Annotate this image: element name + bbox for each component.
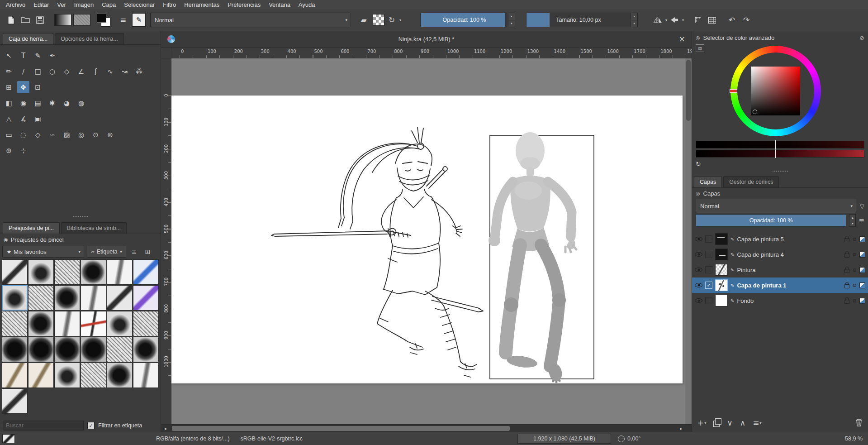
pattern-edit-tool-icon[interactable]: ▤	[32, 97, 44, 109]
search-input[interactable]	[3, 421, 84, 431]
presets-view-mode-button[interactable]: ⊞	[142, 246, 153, 257]
layer-row[interactable]: ✎ Capa de pintura 4 α	[692, 247, 868, 262]
layer-row-selected[interactable]: ✓ ✎ Capa de pintura 1 α	[692, 278, 868, 293]
canvas-viewport[interactable]	[171, 58, 692, 424]
mirror-vertical-button[interactable]	[667, 12, 682, 28]
layer-visibility-icon[interactable]	[695, 297, 702, 304]
brush-preset-thumbnail[interactable]	[81, 337, 106, 362]
blend-mode-combo[interactable]: Normal ▾	[150, 13, 351, 27]
brush-preset-thumbnail[interactable]	[2, 259, 28, 285]
close-document-button[interactable]: ×	[679, 35, 685, 43]
enclose-fill-tool-icon[interactable]: ◍	[75, 97, 87, 109]
lock-icon[interactable]	[844, 251, 849, 258]
brush-size-slider[interactable]: Tamaño: 10,00 px ▴▾	[526, 13, 638, 27]
new-document-button[interactable]	[4, 12, 18, 28]
tag-filter-combo[interactable]: ★ Mis favoritos ▾	[2, 246, 84, 258]
horizontal-scrollbar-thumb[interactable]	[172, 426, 510, 431]
docker-lock-icon[interactable]: ◉	[4, 237, 8, 243]
brush-preset-thumbnail[interactable]	[107, 363, 133, 388]
brush-preset-thumbnail[interactable]	[133, 337, 159, 362]
layer-check[interactable]	[705, 297, 712, 304]
color-selector-config-icon[interactable]: ▤	[696, 44, 704, 52]
chevron-down-icon[interactable]: ▾	[399, 18, 401, 22]
menu-ayuda[interactable]: Ayuda	[294, 0, 319, 9]
foreground-color-swatch[interactable]	[97, 13, 106, 23]
layer-style-icon[interactable]	[859, 236, 865, 242]
ellipse-tool-icon[interactable]: ○	[46, 65, 58, 77]
move-tool-icon[interactable]: ✥	[17, 81, 29, 93]
brush-preset-thumbnail[interactable]	[28, 259, 54, 285]
duplicate-layer-button[interactable]	[713, 421, 720, 427]
layer-visibility-icon[interactable]	[695, 282, 702, 288]
zoom-level[interactable]: 58,9 %	[845, 435, 863, 442]
freehand-brush-tool-icon[interactable]: ✏	[3, 65, 15, 77]
move-layer-down-button[interactable]: ∨	[727, 418, 732, 427]
brush-preset-thumbnail[interactable]	[2, 311, 28, 336]
trim-ruler-button[interactable]	[690, 12, 705, 28]
rectangle-tool-icon[interactable]: □	[32, 65, 44, 77]
redo-button[interactable]: ↷	[739, 12, 754, 28]
scroll-left-icon[interactable]: ◂	[161, 425, 169, 432]
eraser-mode-button[interactable]: ▰	[356, 12, 371, 28]
freehand-path-tool-icon[interactable]: ∿	[104, 65, 116, 77]
undo-button[interactable]: ↶	[725, 12, 739, 28]
magnetic-select-tool-icon[interactable]: ⊚	[104, 129, 116, 141]
brush-preset-thumbnail[interactable]	[107, 259, 133, 285]
layer-properties-button[interactable]: ≡▾	[753, 418, 761, 427]
brush-preset-thumbnail[interactable]	[54, 259, 80, 285]
menu-ventana[interactable]: Ventana	[265, 0, 294, 9]
similar-select-tool-icon[interactable]: ▨	[61, 129, 73, 141]
hue-shade-strip[interactable]	[696, 150, 864, 158]
menu-seleccionar[interactable]: Seleccionar	[120, 0, 159, 9]
canvas-page[interactable]	[171, 96, 683, 383]
shape-select-tool-icon[interactable]: ↖	[3, 49, 15, 62]
saturation-value-square[interactable]	[751, 67, 800, 115]
zoom-tool-icon[interactable]: ⊕	[3, 144, 15, 157]
brush-preset-thumbnail[interactable]	[133, 259, 159, 285]
gradient-chooser[interactable]	[54, 14, 71, 26]
brush-preset-thumbnail[interactable]	[54, 311, 80, 336]
brush-preset-thumbnail[interactable]	[107, 311, 133, 336]
chevron-down-icon[interactable]: ▾	[682, 18, 684, 22]
polygon-tool-icon[interactable]: ◇	[61, 65, 73, 77]
brush-preset-thumbnail[interactable]	[28, 363, 54, 388]
layer-filter-icon[interactable]: ▽	[860, 203, 864, 210]
hue-ring[interactable]	[730, 46, 821, 136]
layer-row[interactable]: ✎ Fondo α	[692, 293, 868, 308]
brush-preset-thumbnail[interactable]	[2, 388, 28, 414]
brush-preset-thumbnail[interactable]	[107, 337, 133, 362]
reload-preset-button[interactable]: ↻	[384, 12, 399, 28]
menu-herramientas[interactable]: Herramientas	[180, 0, 223, 9]
brush-preset-thumbnail[interactable]	[54, 363, 80, 388]
ellipse-select-tool-icon[interactable]: ◌	[17, 129, 29, 141]
layer-style-icon[interactable]	[859, 298, 865, 304]
measure-tool-icon[interactable]: ∡	[17, 113, 29, 125]
lightness-strip[interactable]	[696, 141, 864, 148]
layer-check[interactable]	[705, 266, 712, 273]
sv-marker[interactable]	[753, 110, 757, 114]
tag-button[interactable]: ▱ Etiqueta ▾	[87, 246, 126, 258]
delete-layer-button[interactable]	[855, 418, 863, 428]
brush-preset-thumbnail[interactable]	[28, 285, 54, 311]
alpha-icon[interactable]: α	[853, 282, 856, 288]
brush-settings-button[interactable]: ≡	[116, 12, 130, 28]
brush-preset-thumbnail[interactable]	[54, 285, 80, 311]
lock-icon[interactable]	[844, 267, 849, 273]
fill-tool-icon[interactable]: ◕	[61, 97, 73, 109]
vertical-scrollbar-thumb[interactable]	[686, 60, 691, 121]
color-sampler-tool-icon[interactable]: ◉	[17, 97, 29, 109]
tab-tool-options[interactable]: Opciones de la herra...	[55, 33, 123, 44]
smart-patch-tool-icon[interactable]: ✱	[46, 97, 58, 109]
brush-preset-thumbnail[interactable]	[2, 285, 28, 311]
strip-marker[interactable]	[775, 149, 776, 158]
vertical-scrollbar[interactable]	[685, 58, 692, 424]
docker-float-icon[interactable]: ⊘	[859, 34, 864, 41]
strip-marker[interactable]	[775, 140, 776, 149]
move-layer-up-button[interactable]: ∧	[740, 418, 745, 427]
layer-blend-mode-combo[interactable]: Normal ▾	[696, 199, 856, 213]
scroll-right-icon[interactable]: ▸	[677, 425, 685, 432]
layers-menu-icon[interactable]: ≡	[859, 216, 864, 225]
docker-icon[interactable]: ◎	[696, 35, 700, 41]
layer-check-checked[interactable]: ✓	[705, 282, 712, 289]
menu-preferencias[interactable]: Preferencias	[223, 0, 265, 9]
